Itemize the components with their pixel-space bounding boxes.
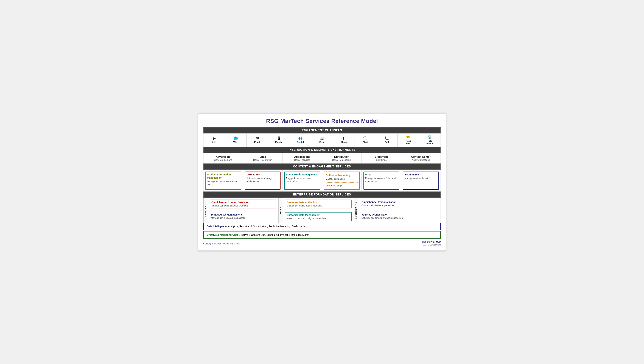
ces-wcm-title: WCM <box>365 173 398 176</box>
channel-pos-label: PoS/ F2F <box>406 140 411 145</box>
ide-sites-title: Sites <box>244 155 281 158</box>
ide-row: Advertising Generate demand Sites Delive… <box>204 153 440 163</box>
efs-content-group: Omnichannel Content Services Manage comp… <box>208 198 278 223</box>
ces-pim-title: Product Information Management <box>207 173 239 180</box>
ces-outbound: Outbound Marketing Manage campaigns Deli… <box>322 170 362 191</box>
efs-cda: Customer Data Activation Manage actionab… <box>283 198 354 210</box>
ide-applications: Applications Deliver services <box>282 153 322 163</box>
footer-copyright: Copyright, © 2021 - Real Story Group <box>203 242 240 245</box>
channel-alexa: 🎙 Alexa <box>333 134 354 147</box>
channel-chat: 💬 Chat <box>354 134 376 147</box>
efs-jo: Journey Orchestration Set decisions for … <box>358 210 440 223</box>
efs-op: Omnichannel Personalization Customize in… <box>358 198 440 210</box>
print-icon: 📖 <box>320 137 324 140</box>
channel-email-label: Email <box>254 141 260 144</box>
ces-wcm: WCM Manage web content & inbound experie… <box>362 170 401 191</box>
efs-jo-title: Journey Orchestration <box>362 213 437 216</box>
ide-sites: Sites Deliver information <box>243 153 282 163</box>
channel-print-label: Print <box>319 141 325 144</box>
ide-storefront-sub: Sell things <box>363 159 400 161</box>
footer-logo-line1: Real Story <box>422 241 432 243</box>
ces-outbound-sub-top: Manage campaigns <box>326 178 358 181</box>
channel-iot: 📡 IoT/ Product <box>419 134 440 147</box>
ide-storefront-title: Storefront <box>363 155 400 158</box>
ces-crm-sub: Automate sales & manage relationships <box>246 177 279 183</box>
ces-ecommerce: Ecommerce Manage commercial activity <box>401 170 440 191</box>
channel-pos: 🤝 PoS/ F2F <box>398 134 419 147</box>
ide-advertising-sub: Generate demand <box>205 159 241 161</box>
ces-outbound-top: Outbound Marketing Manage campaigns <box>326 173 358 181</box>
ces-social-sub: Engage in social media & communities <box>286 177 318 183</box>
efs-ocs: Omnichannel Content Services Manage comp… <box>208 198 278 210</box>
chat-icon: 💬 <box>363 137 367 140</box>
ide-block: INTERACTION & DELIVERY ENVIRONMENTS Adve… <box>203 147 441 164</box>
efs-header: ENTERPRISE FOUNDATION SERVICES <box>204 192 440 198</box>
di-label-rest: Analytics, Reporting & Visualization, Pr… <box>228 225 305 228</box>
main-title: RSG MarTech Services Reference Model <box>203 118 441 124</box>
efs-op-title: Omnichannel Personalization <box>362 201 437 203</box>
ide-distribution: Distribution Deliver via channel <box>322 153 362 163</box>
efs-ocs-sub: Manage components fueled with data <box>212 205 274 207</box>
ces-outbound-sub-bottom: Deliver messages <box>326 184 358 187</box>
footer: Copyright, © 2021 - Real Story Group Rea… <box>203 241 441 247</box>
ces-crm: CRM & SFA Automate sales & manage relati… <box>243 170 282 191</box>
efs-content-label: CONTENT <box>204 198 208 223</box>
ide-contactcenter-sub: Answer questions <box>403 159 439 161</box>
ces-outbound-bottom: Deliver messages <box>326 184 358 188</box>
footer-logo-sub: MAKE BETTERTECHNOLOGY DECISIONS <box>422 243 441 247</box>
ide-advertising: Advertising Generate demand <box>204 153 243 163</box>
email-icon: ✉ <box>256 137 259 140</box>
efs-dam-sub: Manage rich media & brand assets <box>211 217 275 219</box>
engagement-channels-header: ENGAGEMENT CHANNELS <box>204 127 440 133</box>
ide-contactcenter-title: Contact Center <box>403 155 439 158</box>
ces-wcm-sub: Manage web content & inbound experiences <box>365 177 398 183</box>
pos-icon: 🤝 <box>406 135 410 139</box>
ces-pim-sub: Manage and syndicate product info <box>207 180 239 186</box>
channel-web-label: Web <box>233 141 238 144</box>
channel-social: 👥 Social <box>290 134 311 147</box>
ide-contactcenter: Contact Center Answer questions <box>401 153 440 163</box>
channel-call-label: Call <box>384 141 389 144</box>
ces-social-title: Social Media Management <box>286 173 318 176</box>
efs-cda-title: Customer Data Activation <box>286 201 350 204</box>
ces-social: Social Media Management Engage in social… <box>282 170 322 191</box>
efs-cdm-sub: Ingest, process, and unify customer data <box>286 217 350 220</box>
ces-ecommerce-sub: Manage commercial activity <box>405 177 437 180</box>
efs-block: ENTERPRISE FOUNDATION SERVICES CONTENT O… <box>203 192 441 223</box>
efs-op-sub: Customize individual experiences <box>362 204 437 207</box>
channel-iot-label: IoT/ Product <box>426 140 434 145</box>
efs-cda-sub: Manage actionable data & segments <box>286 205 350 207</box>
ces-header: CONTENT & ENGAGEMENT SERVICES <box>204 164 440 170</box>
channel-call: 📞 Call <box>376 134 398 147</box>
efs-decisioning-label: DECISIONING <box>354 198 358 223</box>
ces-pim: Product Information Management Manage an… <box>204 170 243 191</box>
ces-block: CONTENT & ENGAGEMENT SERVICES Product In… <box>203 164 441 192</box>
footer-logo: Real Story GROUP MAKE BETTERTECHNOLOGY D… <box>422 241 441 247</box>
efs-inner: CONTENT Omnichannel Content Services Man… <box>204 198 440 223</box>
channel-chat-label: Chat <box>362 141 368 144</box>
efs-jo-sub: Set decisions for omnichannel engagement <box>362 217 437 219</box>
efs-cdm: Customer Data Management Ingest, process… <box>283 210 354 223</box>
efs-data-label: DATA <box>278 198 283 223</box>
ide-storefront: Storefront Sell things <box>362 153 401 163</box>
iot-icon: 📡 <box>428 135 432 139</box>
footer-logo-line2: GROUP <box>433 241 441 243</box>
efs-dam: Digital Asset Management Manage rich med… <box>208 210 278 223</box>
ide-distribution-sub: Deliver via channel <box>324 159 360 161</box>
ide-advertising-title: Advertising <box>205 155 241 158</box>
channel-alexa-label: Alexa <box>340 141 347 144</box>
cmo-label-rest: Creative & Content Ops, Scheduling, Proj… <box>238 233 308 236</box>
data-intelligence-block: Data Intelligence: Analytics, Reporting … <box>203 223 441 230</box>
ide-sites-sub: Deliver information <box>244 159 281 161</box>
cmo-label-bold: Creative & Marketing Ops: <box>207 233 238 236</box>
channel-social-label: Social <box>297 141 304 144</box>
ces-ecommerce-title: Ecommerce <box>405 173 437 176</box>
alexa-icon: 🎙 <box>342 137 346 140</box>
channel-email: ✉ Email <box>246 134 268 147</box>
ces-outbound-title: Outbound Marketing <box>326 174 358 177</box>
channel-ads: ▶ Ads <box>204 134 225 147</box>
ide-applications-title: Applications <box>284 155 320 158</box>
ide-distribution-title: Distribution <box>324 155 360 158</box>
diagram-wrapper: RSG MarTech Services Reference Model ENG… <box>198 113 446 251</box>
efs-decisioning-group: Omnichannel Personalization Customize in… <box>358 198 440 223</box>
